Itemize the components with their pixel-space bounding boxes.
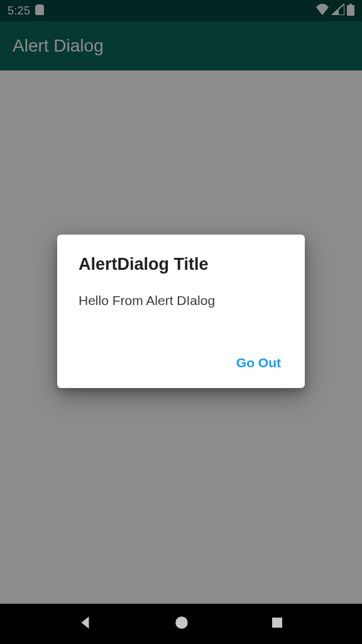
recent-apps-button[interactable] — [270, 615, 285, 633]
alert-dialog: AlertDialog Title Hello From Alert DIalo… — [57, 235, 305, 388]
back-button[interactable] — [77, 614, 94, 633]
dialog-actions: Go Out — [79, 352, 283, 374]
dialog-message: Hello From Alert DIalog — [79, 293, 283, 316]
navigation-bar — [0, 604, 362, 644]
go-out-button[interactable]: Go Out — [234, 352, 283, 374]
svg-rect-3 — [272, 618, 282, 628]
svg-point-2 — [175, 616, 188, 629]
home-button[interactable] — [173, 614, 190, 633]
dialog-title: AlertDialog Title — [79, 255, 283, 274]
